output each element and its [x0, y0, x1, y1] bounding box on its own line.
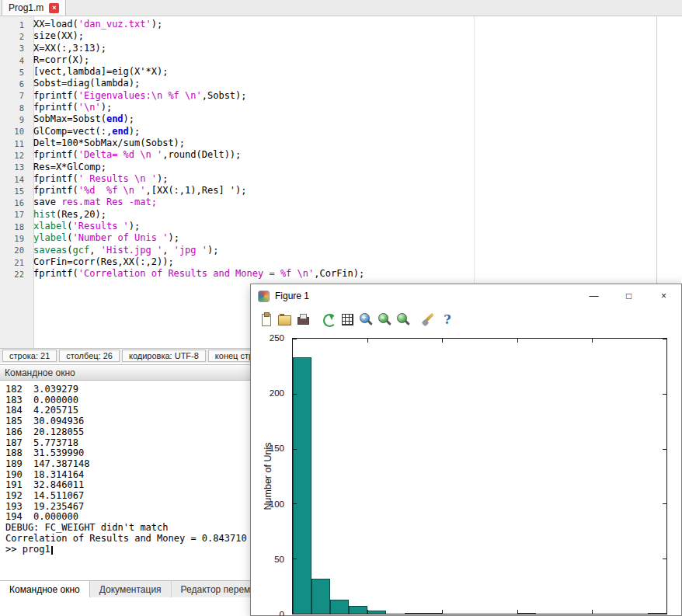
code-text: fprintf('Eigenvalues:\n %f \n',Sobst);: [30, 90, 247, 102]
y-tick-mark: [663, 339, 666, 339]
code-text: fprintf('Delta= %d \n ',round(Delt));: [30, 149, 241, 161]
x-tick-mark: [592, 610, 593, 614]
code-line: 14fprintf(' Results \n ');: [0, 173, 656, 185]
code-text: Delt=100*SobMax/sum(Sobst);: [30, 137, 185, 149]
code-line: 7fprintf('Eigenvalues:\n %f \n',Sobst);: [0, 90, 656, 102]
code-line: 9SobMax=Sobst(end);: [0, 113, 656, 125]
x-tick-mark: [442, 339, 443, 343]
code-text: size(XX);: [30, 30, 84, 42]
code-lines: 1XX=load('dan_vuz.txt');2size(XX);3X=XX(…: [0, 19, 656, 280]
x-tick-mark: [367, 610, 368, 614]
line-number: 1: [0, 20, 30, 30]
histogram-bar: [367, 611, 386, 614]
paste-icon[interactable]: [258, 311, 273, 327]
grid-icon[interactable]: [339, 311, 355, 327]
status-column: столбец: 26: [59, 350, 120, 362]
x-tick-mark: [517, 610, 518, 614]
code-text: X=XX(:,3:13);: [30, 43, 106, 54]
figure-toolbar: +−?: [251, 308, 681, 331]
line-number: 5: [0, 68, 30, 77]
code-line: 6Sobst=diag(lambda);: [0, 78, 656, 89]
line-number: 18: [0, 222, 30, 231]
histogram-bar: [405, 613, 423, 614]
code-text: Sobst=diag(lambda);: [30, 78, 140, 89]
editor-tab-prog1[interactable]: Prog1.m ×: [2, 0, 66, 16]
code-text: save res.mat Res -mat;: [30, 197, 157, 208]
panel-tab-командное-окно[interactable]: Командное окно: [0, 581, 90, 597]
code-line: 19ylabel('Number of Unis ');: [0, 232, 656, 244]
y-tick-label: 250: [270, 333, 284, 343]
line-number: 13: [0, 162, 30, 172]
editor-tab-bar: Prog1.m ×: [0, 0, 682, 16]
figure-app-icon: [258, 291, 270, 302]
y-tick-mark: [663, 559, 666, 559]
x-tick-mark: [592, 339, 593, 343]
panel-tab-документация[interactable]: Документация: [90, 581, 172, 597]
code-text: Res=X*GlComp;: [30, 162, 106, 173]
close-button[interactable]: ×: [646, 284, 681, 308]
x-tick-mark: [517, 339, 518, 343]
y-tick-label: 50: [274, 555, 284, 564]
code-line: 20saveas(gcf, 'Hist.jpg ', 'jpg ');: [0, 245, 656, 256]
y-tick-label: 150: [270, 444, 284, 453]
window-controls: —□×: [576, 284, 681, 308]
histogram-bar: [293, 357, 311, 614]
wrench-icon[interactable]: [421, 311, 437, 327]
line-number: 7: [0, 91, 30, 100]
zoom-in-icon[interactable]: +: [358, 311, 374, 327]
minimize-button[interactable]: —: [576, 284, 611, 308]
code-line: 17hist(Res,20);: [0, 209, 656, 221]
code-line: 10GlComp=vect(:,end);: [0, 126, 656, 137]
zoom-out-icon[interactable]: −: [377, 311, 392, 327]
print-icon[interactable]: [295, 311, 311, 327]
status-encoding: кодировка: UTF-8: [122, 350, 206, 362]
code-text: CorFin=corr(Res,XX(:,2));: [30, 256, 174, 268]
code-line: 3X=XX(:,3:13);: [0, 43, 656, 54]
line-number: 17: [0, 210, 30, 219]
maximize-button[interactable]: □: [611, 284, 646, 308]
code-line: 21CorFin=corr(Res,XX(:,2));: [0, 256, 656, 268]
line-number: 6: [0, 79, 30, 89]
figure-window[interactable]: Figure 1 —□× +−? Number of Unis 05010015…: [250, 284, 682, 616]
code-text: xlabel('Results ');: [30, 221, 140, 232]
figure-titlebar[interactable]: Figure 1 —□×: [251, 284, 681, 308]
line-number: 20: [0, 245, 30, 255]
line-number: 19: [0, 234, 30, 243]
code-text: XX=load('dan_vuz.txt');: [30, 19, 162, 30]
editor-tab-label: Prog1.m: [9, 2, 43, 13]
line-number: 3: [0, 44, 30, 53]
zoom-original-icon[interactable]: [395, 311, 411, 327]
code-text: R=corr(X);: [30, 54, 89, 66]
code-line: 18xlabel('Results ');: [0, 221, 656, 232]
tab-close-icon[interactable]: ×: [49, 3, 59, 13]
y-tick-mark: [293, 394, 297, 395]
histogram-bar: [311, 579, 330, 614]
refresh-icon[interactable]: [321, 311, 336, 327]
histogram-bar: [423, 613, 442, 614]
code-line: 11Delt=100*SobMax/sum(Sobst);: [0, 137, 656, 149]
code-line: 4R=corr(X);: [0, 54, 656, 66]
plot-axes[interactable]: [292, 338, 667, 614]
line-number: 15: [0, 186, 30, 196]
code-text: ylabel('Number of Unis ');: [30, 232, 179, 244]
help-icon[interactable]: ?: [440, 311, 455, 327]
y-tick-label: 200: [270, 388, 284, 398]
y-tick-mark: [663, 449, 666, 450]
code-text: hist(Res,20);: [30, 209, 106, 221]
line-number: 2: [0, 32, 30, 41]
y-tick-mark: [663, 394, 666, 395]
y-tick-mark: [663, 503, 666, 504]
code-text: fprintf('Correlation of Results and Mone…: [30, 268, 364, 280]
save-icon[interactable]: [277, 311, 292, 327]
line-number: 10: [0, 127, 30, 136]
y-tick-mark: [663, 614, 666, 614]
text-caret: [51, 546, 53, 555]
code-line: 13Res=X*GlComp;: [0, 162, 656, 173]
code-text: saveas(gcf, 'Hist.jpg ', 'jpg ');: [30, 245, 218, 256]
code-text: fprintf('\n');: [30, 102, 112, 113]
line-number: 4: [0, 56, 30, 65]
line-number: 16: [0, 198, 30, 207]
line-number: 14: [0, 175, 30, 184]
line-number: 12: [0, 151, 30, 160]
code-line: 1XX=load('dan_vuz.txt');: [0, 19, 656, 30]
